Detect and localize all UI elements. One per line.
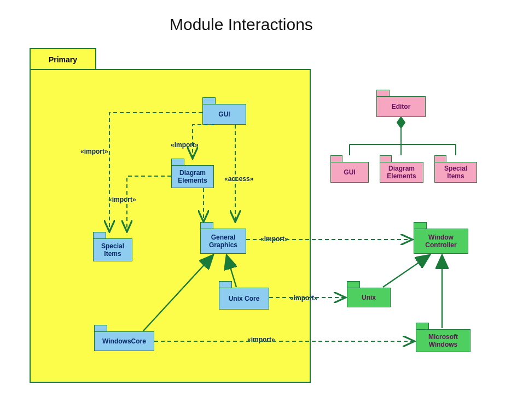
- package-special-items2[interactable]: Special Items: [434, 162, 477, 183]
- package-diagram-elements2-label: Diagram Elements: [380, 165, 423, 180]
- label-import-3: «import»: [108, 196, 136, 203]
- package-general-graphics-label: General Graphics: [201, 234, 246, 249]
- label-import-win: «import»: [247, 336, 275, 343]
- package-ms-windows-label: Microsoft Windows: [416, 333, 470, 348]
- primary-tab: Primary: [30, 48, 96, 71]
- package-gui2-label: GUI: [344, 168, 355, 176]
- label-import-unix: «import»: [290, 294, 318, 302]
- package-windows-core-label: WindowsCore: [102, 337, 146, 345]
- package-diagram-elements[interactable]: Diagram Elements: [171, 165, 214, 188]
- package-gui2[interactable]: GUI: [330, 162, 369, 183]
- diagram-title: Module Interactions: [170, 15, 313, 34]
- package-window-controller-label: Window Controller: [414, 234, 468, 249]
- package-editor-label: Editor: [392, 103, 411, 110]
- package-diagram-elements2[interactable]: Diagram Elements: [380, 162, 423, 183]
- package-editor[interactable]: Editor: [376, 96, 426, 117]
- label-import-1: «import»: [80, 148, 108, 155]
- package-unix[interactable]: Unix: [347, 288, 391, 307]
- package-special-items2-label: Special Items: [435, 165, 477, 180]
- diagram-canvas: Module Interactions Primary GUI Diagram …: [0, 0, 517, 420]
- package-general-graphics[interactable]: General Graphics: [200, 229, 246, 254]
- label-import-gg-wc: «import»: [260, 235, 288, 243]
- package-gui-label: GUI: [218, 110, 230, 118]
- package-unix-core[interactable]: Unix Core: [219, 288, 269, 310]
- package-ms-windows[interactable]: Microsoft Windows: [416, 329, 470, 352]
- package-unix-label: Unix: [362, 294, 376, 301]
- package-special-items-label: Special Items: [94, 242, 132, 258]
- package-gui[interactable]: GUI: [202, 104, 246, 125]
- label-import-2: «import»: [171, 141, 199, 149]
- label-access: «access»: [224, 175, 253, 183]
- package-diagram-elements-label: Diagram Elements: [172, 169, 213, 184]
- package-windows-core[interactable]: WindowsCore: [94, 331, 154, 351]
- package-special-items[interactable]: Special Items: [93, 238, 132, 261]
- package-unix-core-label: Unix Core: [229, 295, 260, 302]
- package-window-controller[interactable]: Window Controller: [414, 229, 468, 254]
